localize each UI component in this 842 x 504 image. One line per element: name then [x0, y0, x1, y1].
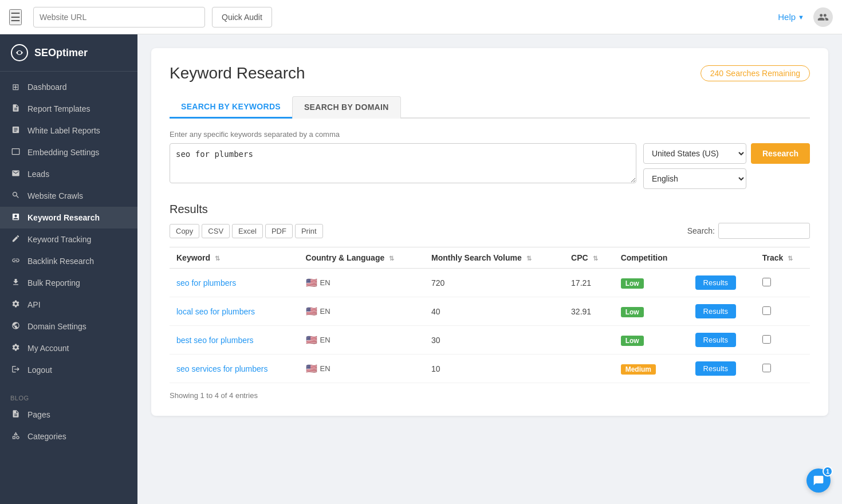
sort-icon[interactable]: ⇅ — [593, 255, 598, 262]
white-label-icon — [10, 125, 21, 136]
sidebar-item-label: Website Crawls — [27, 191, 83, 200]
col-country-language: Country & Language ⇅ — [299, 247, 424, 269]
cell-keyword: seo services for plumbers — [170, 355, 299, 383]
table-search-input[interactable] — [718, 223, 810, 239]
sidebar-item-label: Backlink Research — [27, 257, 94, 266]
keyword-link[interactable]: seo services for plumbers — [176, 364, 268, 373]
sidebar-item-website-crawls[interactable]: Website Crawls — [0, 185, 137, 207]
hamburger-menu[interactable]: ☰ — [9, 9, 22, 25]
country-select[interactable]: United States (US) United Kingdom (GB) C… — [643, 143, 746, 164]
cell-track — [756, 297, 810, 326]
cell-keyword: best seo for plumbers — [170, 326, 299, 355]
sidebar-item-label: Categories — [27, 432, 66, 441]
sidebar-logo: SEOptimer — [0, 34, 137, 72]
my-account-icon — [10, 343, 21, 353]
keyword-tracking-icon — [10, 234, 21, 245]
sidebar-item-leads[interactable]: Leads — [0, 163, 137, 185]
sidebar-item-white-label-reports[interactable]: White Label Reports — [0, 120, 137, 141]
search-tabs: SEARCH BY KEYWORDS SEARCH BY DOMAIN — [170, 96, 810, 119]
cell-volume: 10 — [424, 355, 564, 383]
sidebar-item-label: Embedding Settings — [27, 148, 99, 157]
logout-icon — [10, 365, 21, 375]
track-checkbox[interactable] — [762, 278, 771, 286]
sort-icon[interactable]: ⇅ — [526, 255, 532, 262]
keyword-link[interactable]: seo for plumbers — [176, 278, 236, 288]
cell-keyword: seo for plumbers — [170, 269, 299, 297]
sidebar-item-label: My Account — [27, 344, 69, 353]
sidebar-item-my-account[interactable]: My Account — [0, 337, 137, 359]
sidebar-item-label: API — [27, 300, 41, 309]
sidebar-item-categories[interactable]: Categories — [0, 426, 137, 447]
sidebar-item-keyword-research[interactable]: Keyword Research — [0, 207, 137, 229]
help-button[interactable]: Help ▼ — [778, 12, 804, 22]
language-select[interactable]: English Spanish French German — [643, 168, 746, 189]
quick-audit-button[interactable]: Quick Audit — [212, 7, 272, 27]
nav-right: Help ▼ — [778, 7, 833, 27]
research-button[interactable]: Research — [751, 143, 810, 164]
table-header-row: Keyword ⇅ Country & Language ⇅ Monthly S… — [170, 247, 810, 269]
sidebar-item-dashboard[interactable]: ⊞ Dashboard — [0, 76, 137, 98]
flag-icon: 🇺🇸 — [306, 363, 317, 374]
keyword-link[interactable]: local seo for plumbers — [176, 307, 255, 316]
table-row: local seo for plumbers 🇺🇸 EN 40 32.91 Lo… — [170, 297, 810, 326]
sidebar-item-embedding-settings[interactable]: Embedding Settings — [0, 141, 137, 163]
sort-icon[interactable]: ⇅ — [389, 255, 394, 262]
export-pdf-button[interactable]: PDF — [265, 224, 293, 238]
competition-badge: Low — [621, 278, 644, 289]
pages-icon — [10, 410, 21, 420]
cell-track — [756, 355, 810, 383]
user-avatar[interactable] — [813, 7, 833, 27]
keyword-link[interactable]: best seo for plumbers — [176, 336, 254, 345]
flag-icon: 🇺🇸 — [306, 306, 317, 317]
cell-country-language: 🇺🇸 EN — [299, 326, 424, 355]
top-navigation: ☰ Quick Audit Help ▼ — [0, 0, 842, 34]
tab-search-by-keywords[interactable]: SEARCH BY KEYWORDS — [170, 96, 292, 119]
sidebar-item-domain-settings[interactable]: Domain Settings — [0, 316, 137, 337]
keyword-input[interactable]: seo for plumbers — [170, 143, 636, 183]
main-layout: SEOptimer ⊞ Dashboard Report Templates W… — [0, 34, 842, 504]
export-csv-button[interactable]: CSV — [202, 224, 230, 238]
results-button[interactable]: Results — [695, 304, 736, 318]
results-button[interactable]: Results — [695, 361, 736, 376]
sidebar-item-report-templates[interactable]: Report Templates — [0, 98, 137, 120]
track-checkbox[interactable] — [762, 306, 771, 315]
results-button[interactable]: Results — [695, 333, 736, 347]
sidebar-item-label: Logout — [27, 365, 52, 375]
sort-icon[interactable]: ⇅ — [788, 255, 793, 262]
chat-bubble[interactable]: 1 — [806, 468, 831, 493]
page-title: Keyword Research — [170, 64, 305, 82]
showing-entries-text: Showing 1 to 4 of 4 entries — [170, 391, 810, 400]
svg-point-1 — [18, 51, 21, 54]
sidebar-item-label: Report Templates — [27, 104, 90, 113]
search-controls: United States (US) United Kingdom (GB) C… — [643, 143, 810, 189]
sidebar-item-api[interactable]: API — [0, 294, 137, 316]
sort-icon[interactable]: ⇅ — [215, 255, 220, 262]
keyword-research-icon — [10, 212, 21, 223]
sidebar-item-pages[interactable]: Pages — [0, 404, 137, 426]
track-checkbox[interactable] — [762, 335, 771, 344]
sidebar-item-label: Keyword Tracking — [27, 235, 91, 244]
content-card: Keyword Research 240 Searches Remaining … — [151, 48, 828, 416]
export-print-button[interactable]: Print — [295, 224, 323, 238]
sidebar-item-backlink-research[interactable]: Backlink Research — [0, 250, 137, 272]
cell-results-btn: Results — [688, 355, 756, 383]
export-excel-button[interactable]: Excel — [232, 224, 263, 238]
track-checkbox[interactable] — [762, 364, 771, 372]
sidebar-item-keyword-tracking[interactable]: Keyword Tracking — [0, 229, 137, 250]
col-results-action — [688, 247, 756, 269]
sidebar-item-bulk-reporting[interactable]: Bulk Reporting — [0, 272, 137, 294]
chevron-down-icon: ▼ — [798, 14, 804, 21]
tab-search-by-domain[interactable]: SEARCH BY DOMAIN — [292, 96, 401, 119]
export-copy-button[interactable]: Copy — [170, 224, 199, 238]
results-button[interactable]: Results — [695, 275, 736, 290]
cell-volume: 40 — [424, 297, 564, 326]
sidebar-item-logout[interactable]: Logout — [0, 359, 137, 381]
website-url-input[interactable] — [33, 7, 205, 27]
results-table: Keyword ⇅ Country & Language ⇅ Monthly S… — [170, 247, 810, 383]
competition-badge: Low — [621, 336, 644, 346]
results-title: Results — [170, 203, 810, 216]
cell-cpc — [564, 326, 614, 355]
language-code: EN — [320, 336, 330, 344]
sidebar-item-label: Keyword Research — [27, 213, 100, 222]
sidebar-item-label: Domain Settings — [27, 322, 86, 331]
